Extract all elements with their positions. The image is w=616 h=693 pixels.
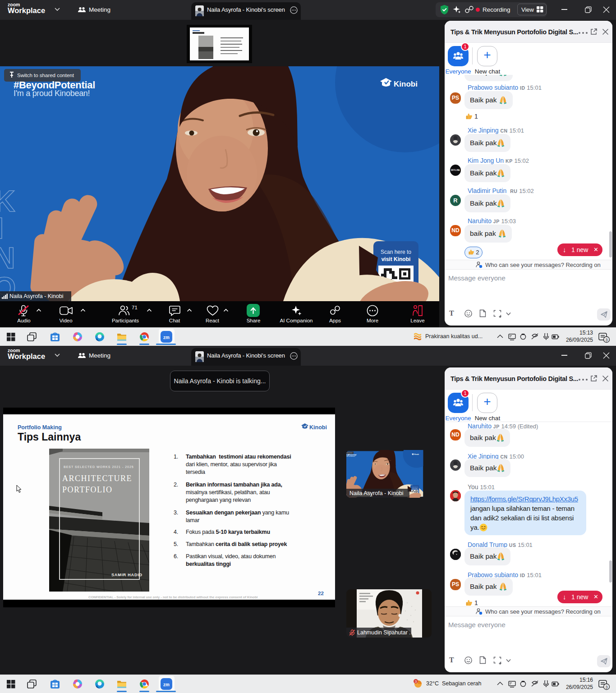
svg-text:ARCHITECTURE: ARCHITECTURE <box>62 474 132 483</box>
svg-text:SAMIR HADID: SAMIR HADID <box>111 573 143 577</box>
svg-text:3: 3 <box>415 679 417 684</box>
svg-text:PORTFOLIO: PORTFOLIO <box>62 485 112 494</box>
svg-text:Kinobi: Kinobi <box>309 424 327 431</box>
svg-text:BEST SELECTED WORKS 2021 - 202: BEST SELECTED WORKS 2021 - 2025 <box>64 465 134 468</box>
